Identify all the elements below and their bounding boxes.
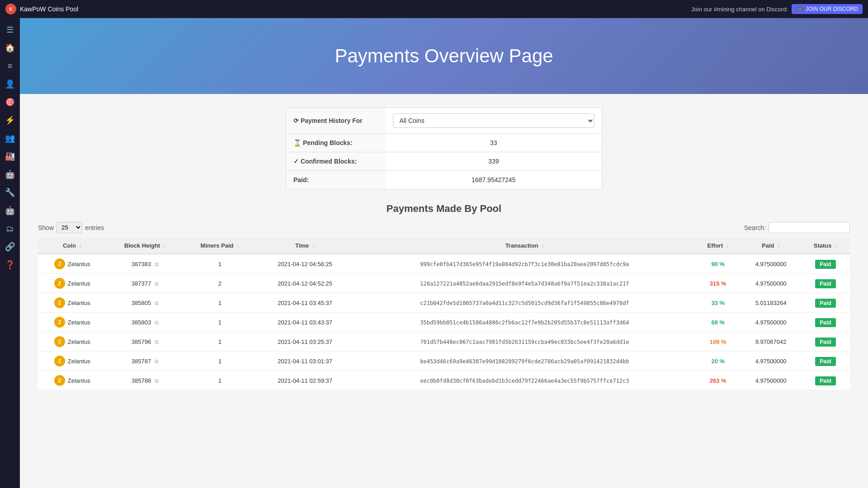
cell-status: Paid [801,371,850,390]
discord-label: JOIN OUR DISCORD [806,6,858,12]
col-status[interactable]: Status ↕ [801,238,850,254]
cell-paid: 4.97500000 [741,371,801,390]
tx-hash[interactable]: eec0b0fd8d30cf0f63badebd1b3cedd79f22466a… [420,378,629,384]
page-title: Payments Overview Page [29,45,859,67]
payments-table: Coin ↕ Block Height ↕ Miners Paid ↕ Time… [38,238,850,390]
cell-coin: Z Zelantus [38,313,106,332]
sort-miners-icon: ↕ [237,244,239,249]
coin-name: Zelantus [68,358,90,365]
col-coin[interactable]: Coin ↕ [38,238,106,254]
col-effort[interactable]: Effort ↕ [695,238,741,254]
cell-transaction: 128a127221a4852ae6daa2915edf8e9f4e5a7d34… [354,274,696,293]
payment-history-row: ⟳ Payment History For All Coins [286,108,602,134]
sidebar-item-help[interactable]: ❓ [2,257,18,273]
sidebar-item-add-user[interactable]: 👤 [2,76,18,92]
app-title: KawPoW Coins Pool [20,5,78,13]
effort-value: 20 % [711,358,725,365]
coin-name: Zelantus [68,261,90,267]
sidebar-item-list[interactable]: ≡ [2,58,18,74]
cell-miners-paid: 1 [184,352,256,371]
sidebar-item-users[interactable]: 👥 [2,130,18,146]
sidebar-item-bot[interactable]: 🤖 [2,202,18,219]
coin-icon: Z [54,297,65,308]
cell-transaction: be453d46c69a9e46387e99d108209279f6cde278… [354,352,696,371]
cell-paid: 9.97067042 [741,332,801,352]
cell-effort: 90 % [695,254,741,274]
sort-paid-icon: ↕ [778,244,780,249]
tx-hash[interactable]: c21b042fde5d1005737a0a4d11c327c5d5015cd9… [420,300,629,306]
coin-select[interactable]: All Coins [393,113,595,128]
sidebar-item-files[interactable]: 🗂 [2,221,18,237]
coin-icon: Z [54,317,65,328]
sort-coin-icon: ↕ [79,244,81,249]
copy-block-icon[interactable]: ⧉ [155,261,159,267]
coin-name: Zelantus [68,280,90,287]
cell-status: Paid [801,254,850,274]
sort-tx-icon: ↕ [542,244,544,249]
cell-block-height: 387383 ⧉ [106,254,184,274]
tx-hash[interactable]: 35bd59bb051ce4b1586a4886c2fb6ac12f7e9b2b… [420,319,629,326]
copy-block-icon[interactable]: ⧉ [155,339,159,345]
table-row: Z Zelantus 385803 ⧉ 1 2021-04-11 03:43:3… [38,313,850,332]
cell-time: 2021-04-12 04:52:25 [256,274,354,293]
table-header: Coin ↕ Block Height ↕ Miners Paid ↕ Time… [38,238,850,254]
col-paid[interactable]: Paid ↕ [741,238,801,254]
copy-block-icon[interactable]: ⧉ [155,358,159,365]
table-row: Z Zelantus 385786 ⧉ 1 2021-04-11 02:59:3… [38,371,850,390]
cell-transaction: 35bd59bb051ce4b1586a4886c2fb6ac12f7e9b2b… [354,313,696,332]
payment-history-select-cell: All Coins [386,108,602,134]
col-time[interactable]: Time ↕ [256,238,354,254]
entries-select[interactable]: 10 25 50 100 [57,222,82,233]
cell-time: 2021-04-12 04:56:25 [256,254,354,274]
coin-icon: Z [54,336,65,347]
tx-hash[interactable]: 999cfe0fb417d365e95f4f19a804d92cb7f3c1e3… [420,261,629,267]
sidebar-item-lightning[interactable]: ⚡ [2,112,18,128]
tx-hash[interactable]: 128a127221a4852ae6daa2915edf8e9f4e5a7d34… [420,281,629,287]
copy-block-icon[interactable]: ⧉ [155,378,159,384]
cell-effort: 263 % [695,371,741,390]
effort-value: 263 % [710,377,726,384]
coin-name: Zelantus [68,377,90,384]
cell-effort: 315 % [695,274,741,293]
col-miners-paid[interactable]: Miners Paid ↕ [184,238,256,254]
cell-coin: Z Zelantus [38,332,106,352]
cell-effort: 20 % [695,352,741,371]
effort-value: 108 % [710,338,726,345]
cell-transaction: 999cfe0fb417d365e95f4f19a804d92cb7f3c1e3… [354,254,696,274]
tx-hash[interactable]: 701d57b448ec067c1aac7981fd5b2631159ccba4… [420,339,629,345]
coin-icon: Z [54,375,65,386]
sidebar-item-tools[interactable]: 🔧 [2,184,18,201]
cell-coin: Z Zelantus [38,352,106,371]
sort-status-icon: ↕ [835,244,837,249]
coin-name: Zelantus [68,319,90,326]
sidebar-item-menu[interactable]: ☰ [2,22,18,38]
cell-block-height: 385803 ⧉ [106,313,184,332]
col-block-height[interactable]: Block Height ↕ [106,238,184,254]
sidebar-item-link[interactable]: 🔗 [2,239,18,255]
table-row: Z Zelantus 385796 ⧉ 1 2021-04-11 03:25:3… [38,332,850,352]
cell-miners-paid: 1 [184,313,256,332]
discord-icon: 🎮 [796,5,804,13]
cell-status: Paid [801,274,850,293]
sidebar-item-target[interactable]: 🎯 [2,94,18,110]
effort-value: 90 % [711,261,725,267]
sidebar-item-home[interactable]: 🏠 [2,40,18,56]
effort-value: 315 % [710,280,726,287]
info-table: ⟳ Payment History For All Coins ⌛ Pendin… [286,108,602,189]
sidebar-item-robot[interactable]: 🤖 [2,166,18,183]
col-transaction[interactable]: Transaction ↕ [354,238,696,254]
copy-block-icon[interactable]: ⧉ [155,300,159,306]
cell-coin: Z Zelantus [38,371,106,390]
tx-hash[interactable]: be453d46c69a9e46387e99d108209279f6cde278… [420,358,629,365]
sidebar-item-factory[interactable]: 🏭 [2,148,18,164]
cell-time: 2021-04-11 03:25:37 [256,332,354,352]
cell-block-height: 385786 ⧉ [106,371,184,390]
discord-button[interactable]: 🎮 JOIN OUR DISCORD [792,4,863,14]
search-input[interactable] [769,222,850,233]
copy-block-icon[interactable]: ⧉ [155,319,159,326]
copy-block-icon[interactable]: ⧉ [155,281,159,287]
status-badge: Paid [815,338,835,347]
coin-icon: Z [54,258,65,269]
pending-blocks-row: ⌛ Pending Blocks: 33 [286,134,602,152]
table-row: Z Zelantus 387377 ⧉ 2 2021-04-12 04:52:2… [38,274,850,293]
